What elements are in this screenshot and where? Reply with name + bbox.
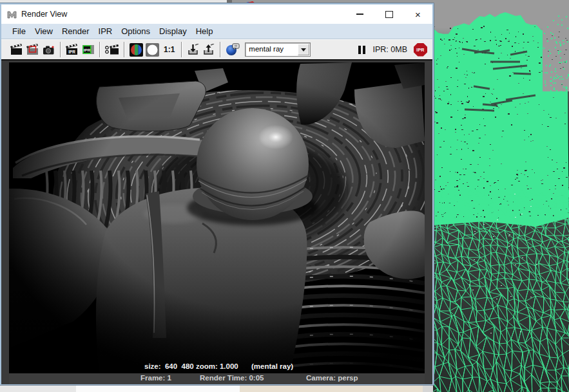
close-icon: × bbox=[415, 10, 421, 19]
toolbar: IPR IPR bbox=[1, 39, 432, 59]
close-button[interactable]: × bbox=[403, 5, 432, 24]
render-status-bar: Frame: 1 Render Time: 0:05 Camera: persp bbox=[9, 373, 425, 384]
toolbar-separator bbox=[99, 42, 101, 57]
rendered-image[interactable] bbox=[9, 62, 425, 373]
menu-ipr[interactable]: IPR bbox=[94, 25, 117, 37]
menu-help[interactable]: Help bbox=[191, 25, 218, 37]
maximize-button[interactable] bbox=[374, 5, 403, 24]
snapshot-camera-icon[interactable] bbox=[43, 42, 55, 57]
render-renderer-label: (mental ray) bbox=[251, 362, 293, 370]
titlebar[interactable]: Render View × bbox=[1, 5, 432, 24]
renderer-value: mental ray bbox=[249, 45, 284, 53]
alpha-channel-icon[interactable] bbox=[146, 42, 159, 57]
rgb-channels-icon[interactable] bbox=[130, 42, 143, 57]
bottom-strip-seg bbox=[0, 385, 76, 392]
pause-ipr-icon[interactable] bbox=[357, 46, 366, 54]
menu-bar: File View Render IPR Options Display Hel… bbox=[1, 24, 432, 39]
render-time-label: Render Time: 0:05 bbox=[200, 374, 264, 382]
real-size-label: 1:1 bbox=[162, 45, 177, 54]
menu-display[interactable]: Display bbox=[155, 25, 191, 37]
renderer-dropdown-button[interactable] bbox=[298, 44, 309, 55]
ipr-letters: IPR bbox=[68, 50, 75, 54]
maya-icon bbox=[6, 9, 17, 19]
real-size-icon[interactable]: 1:1 bbox=[162, 42, 177, 57]
ipr-clapperboard-icon[interactable]: IPR bbox=[66, 42, 79, 57]
background-bottom-strip bbox=[0, 385, 434, 392]
ipr-letters: IPR bbox=[84, 48, 91, 52]
ipr-region-icon[interactable]: IPR bbox=[82, 42, 95, 57]
bottom-strip-seg bbox=[76, 385, 240, 392]
camera-label: Camera: persp bbox=[306, 374, 358, 382]
remove-image-icon[interactable] bbox=[202, 42, 215, 57]
render-sequence-clapperboard-icon[interactable] bbox=[105, 42, 119, 57]
render-clapperboard-icon[interactable] bbox=[10, 42, 24, 57]
menu-view[interactable]: View bbox=[30, 25, 57, 37]
toolbar-separator bbox=[220, 42, 221, 57]
menu-render[interactable]: Render bbox=[57, 25, 94, 37]
menu-file[interactable]: File bbox=[8, 25, 30, 37]
render-image-area: size: 640 480 zoom: 1.000 (mental ray) F… bbox=[1, 59, 432, 384]
minimize-icon bbox=[356, 14, 363, 15]
toolbar-separator bbox=[60, 42, 61, 57]
ipr-memory-label: IPR: 0MB bbox=[373, 45, 408, 54]
chevron-down-icon bbox=[301, 48, 306, 51]
minimize-button[interactable] bbox=[345, 5, 374, 24]
render-settings-icon[interactable] bbox=[226, 42, 240, 57]
render-view-window: Render View × File View Render IPR Optio… bbox=[0, 3, 434, 385]
renderer-select[interactable]: mental ray bbox=[245, 42, 311, 57]
frame-label: Frame: 1 bbox=[140, 374, 171, 382]
window-title: Render View bbox=[21, 10, 67, 19]
render-size-label: size: 640 480 zoom: 1.000 bbox=[144, 362, 238, 370]
stop-ipr-icon[interactable]: IPR bbox=[414, 43, 427, 57]
wireframe-mesh bbox=[433, 0, 569, 392]
toolbar-separator bbox=[124, 42, 125, 57]
menu-options[interactable]: Options bbox=[117, 25, 155, 37]
maya-3d-viewport[interactable] bbox=[433, 0, 569, 392]
toolbar-separator bbox=[181, 42, 182, 57]
render-region-clapperboard-icon[interactable] bbox=[26, 42, 40, 57]
bottom-strip-seg bbox=[240, 385, 423, 392]
bottom-strip-seg bbox=[423, 385, 434, 392]
keep-image-icon[interactable] bbox=[187, 42, 200, 57]
maximize-icon bbox=[385, 11, 393, 18]
